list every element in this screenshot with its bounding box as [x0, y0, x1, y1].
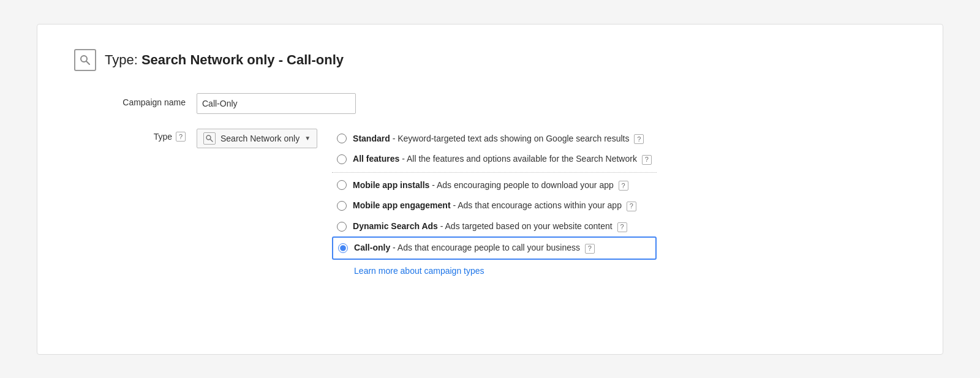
type-option-standard[interactable]: Standard - Keyword-targeted text ads sho… — [332, 129, 657, 149]
type-help-badge[interactable]: ? — [176, 132, 186, 142]
radio-standard[interactable] — [337, 134, 347, 143]
page-title-row: Type: Search Network only - Call-only — [74, 49, 906, 71]
type-option-standard-label: Standard - Keyword-targeted text ads sho… — [353, 133, 644, 145]
search-network-icon — [74, 49, 96, 71]
type-option-dynamic-search-ads[interactable]: Dynamic Search Ads - Ads targeted based … — [332, 216, 657, 237]
type-label: Type — [154, 132, 172, 142]
standard-help-badge[interactable]: ? — [634, 134, 644, 144]
type-option-mobile-app-engagement[interactable]: Mobile app engagement - Ads that encoura… — [332, 195, 657, 216]
type-option-all-features-label: All features - All the features and opti… — [353, 153, 652, 165]
dropdown-search-icon — [203, 132, 216, 145]
svg-line-1 — [86, 61, 89, 64]
mobile-engagement-help-badge[interactable]: ? — [627, 202, 636, 211]
page-title: Type: Search Network only - Call-only — [105, 52, 344, 68]
all-features-help-badge[interactable]: ? — [642, 155, 652, 165]
type-label-container: Type ? — [74, 129, 197, 142]
learn-more-link[interactable]: Learn more about campaign types — [354, 266, 657, 276]
type-option-mobile-app-installs-label: Mobile app installs - Ads encouraging pe… — [353, 180, 628, 192]
type-option-all-features[interactable]: All features - All the features and opti… — [332, 149, 657, 170]
type-option-call-only[interactable]: Call-only - Ads that encourage people to… — [332, 236, 657, 260]
type-option-mobile-app-installs[interactable]: Mobile app installs - Ads encouraging pe… — [332, 175, 657, 196]
radio-dynamic-search-ads[interactable] — [337, 222, 347, 232]
radio-mobile-app-engagement[interactable] — [337, 201, 347, 211]
campaign-name-row: Campaign name — [74, 93, 906, 114]
type-option-dynamic-search-ads-label: Dynamic Search Ads - Ads targeted based … — [353, 221, 627, 233]
type-row: Type ? Search Network only ▼ — [74, 129, 906, 276]
type-dropdown-label: Search Network only — [221, 134, 300, 143]
radio-mobile-app-installs[interactable] — [337, 180, 347, 190]
radio-all-features[interactable] — [337, 154, 347, 164]
campaign-name-input[interactable] — [197, 93, 356, 114]
svg-point-2 — [206, 135, 211, 140]
type-form-content: Search Network only ▼ Standard - Keyword… — [197, 129, 657, 276]
call-only-help-badge[interactable]: ? — [585, 244, 595, 254]
dynamic-search-help-badge[interactable]: ? — [617, 222, 627, 232]
radio-call-only[interactable] — [338, 243, 348, 253]
campaign-name-label: Campaign name — [74, 93, 197, 107]
options-divider — [332, 172, 657, 173]
svg-line-3 — [211, 139, 213, 142]
main-card: Type: Search Network only - Call-only Ca… — [37, 24, 943, 355]
dropdown-arrow-icon: ▼ — [304, 135, 311, 142]
type-dropdown[interactable]: Search Network only ▼ — [197, 129, 317, 148]
mobile-installs-help-badge[interactable]: ? — [619, 181, 628, 191]
type-option-mobile-app-engagement-label: Mobile app engagement - Ads that encoura… — [353, 200, 636, 212]
type-options-panel: Standard - Keyword-targeted text ads sho… — [332, 129, 657, 276]
type-option-call-only-label: Call-only - Ads that encourage people to… — [354, 242, 595, 254]
